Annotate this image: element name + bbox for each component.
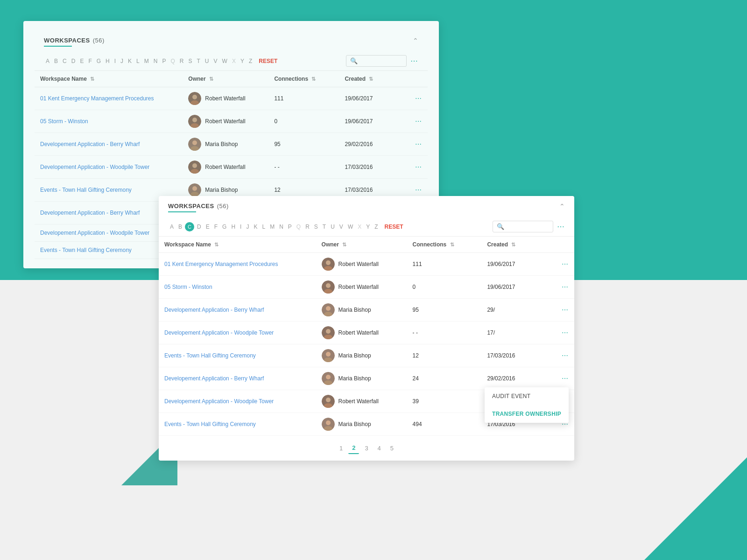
front-alpha-I[interactable]: I — [238, 223, 243, 231]
front-alpha-B[interactable]: B — [176, 223, 184, 231]
front-alpha-G[interactable]: G — [220, 223, 228, 231]
alpha-Q[interactable]: Q — [169, 57, 176, 65]
workspace-name-link[interactable]: 05 Storm - Winston — [40, 118, 88, 125]
alpha-Y[interactable]: Y — [239, 57, 246, 65]
front-alpha-N[interactable]: N — [277, 223, 285, 231]
alpha-I[interactable]: I — [113, 57, 118, 65]
front-alpha-L[interactable]: L — [260, 223, 267, 231]
alpha-M[interactable]: M — [142, 57, 151, 65]
front-alpha-A[interactable]: A — [168, 223, 176, 231]
page-4[interactable]: 4 — [374, 443, 385, 454]
alpha-A[interactable]: A — [44, 57, 51, 65]
workspace-name-link[interactable]: Developement Application - Woodpile Towe… — [40, 164, 149, 170]
page-2[interactable]: 2 — [348, 442, 359, 454]
collapse-icon[interactable]: ⌃ — [413, 37, 418, 44]
front-alpha-S[interactable]: S — [312, 223, 320, 231]
back-search-input[interactable] — [360, 58, 402, 64]
audit-event-item[interactable]: AUDIT EVENT — [485, 387, 569, 405]
alpha-D[interactable]: D — [70, 57, 78, 65]
row-menu-button[interactable]: ⋯ — [562, 329, 569, 336]
workspace-name-link[interactable]: Developement Application - Berry Wharf — [164, 307, 264, 313]
front-alpha-E[interactable]: E — [204, 223, 211, 231]
alpha-T[interactable]: T — [195, 57, 202, 65]
front-alpha-J[interactable]: J — [244, 223, 251, 231]
page-1[interactable]: 1 — [336, 443, 346, 454]
workspace-name-link[interactable]: Events - Town Hall Gifting Ceremony — [164, 421, 256, 427]
workspace-name-link[interactable]: Developement Application - Berry Wharf — [40, 210, 140, 216]
workspace-name-link[interactable]: 01 Kent Emergency Management Procedures — [40, 95, 154, 102]
alpha-G[interactable]: G — [95, 57, 103, 65]
front-search-input[interactable] — [507, 224, 549, 230]
front-sort-created-icon[interactable]: ⇅ — [511, 242, 515, 247]
sort-workspace-icon[interactable]: ⇅ — [90, 76, 94, 82]
front-alpha-Q[interactable]: Q — [295, 223, 303, 231]
workspace-name-link[interactable]: Developement Application - Berry Wharf — [164, 375, 264, 382]
front-alpha-K[interactable]: K — [252, 223, 259, 231]
front-alpha-M[interactable]: M — [268, 223, 276, 231]
row-menu-button[interactable]: ⋯ — [415, 163, 422, 171]
front-alpha-C[interactable]: C — [185, 222, 194, 231]
front-alpha-D[interactable]: D — [195, 223, 203, 231]
workspace-name-link[interactable]: Events - Town Hall Gifting Ceremony — [164, 352, 256, 359]
sort-created-icon[interactable]: ⇅ — [369, 76, 373, 82]
front-alpha-H[interactable]: H — [229, 223, 237, 231]
back-search-box[interactable]: 🔍 — [346, 55, 407, 67]
row-menu-button[interactable]: ⋯ — [562, 260, 569, 268]
front-search-box[interactable]: 🔍 — [493, 221, 553, 232]
front-sort-owner-icon[interactable]: ⇅ — [342, 242, 346, 247]
alpha-F[interactable]: F — [86, 57, 93, 65]
row-menu-button[interactable]: ⋯ — [562, 352, 569, 359]
row-menu-button[interactable]: ⋯ — [415, 118, 422, 125]
alpha-Z[interactable]: Z — [247, 57, 254, 65]
alpha-V[interactable]: V — [212, 57, 219, 65]
transfer-ownership-item[interactable]: TRANSFER OWNERSHIP — [485, 405, 569, 423]
alpha-R[interactable]: R — [178, 57, 186, 65]
workspace-name-link[interactable]: Developement Application - Woodpile Towe… — [164, 329, 274, 336]
workspace-name-link[interactable]: Developement Application - Woodpile Towe… — [40, 230, 149, 236]
workspace-name-link[interactable]: Events - Town Hall Gifting Ceremony — [40, 247, 132, 253]
row-menu-button[interactable]: ⋯ — [562, 375, 569, 382]
row-menu-button[interactable]: ⋯ — [415, 140, 422, 148]
front-reset-button[interactable]: RESET — [383, 223, 405, 231]
alpha-S[interactable]: S — [187, 57, 194, 65]
front-sort-connections-icon[interactable]: ⇅ — [450, 242, 454, 247]
front-alpha-W[interactable]: W — [346, 223, 355, 231]
alpha-E[interactable]: E — [78, 57, 85, 65]
back-reset-button[interactable]: RESET — [257, 57, 279, 65]
alpha-U[interactable]: U — [203, 57, 211, 65]
front-alpha-Y[interactable]: Y — [364, 223, 372, 231]
front-sort-workspace-icon[interactable]: ⇅ — [214, 242, 218, 247]
alpha-L[interactable]: L — [134, 57, 141, 65]
alpha-N[interactable]: N — [152, 57, 160, 65]
page-3[interactable]: 3 — [361, 443, 372, 454]
front-alpha-Z[interactable]: Z — [373, 223, 380, 231]
row-menu-button[interactable]: ⋯ — [562, 306, 569, 314]
workspace-name-link[interactable]: Developement Application - Berry Wharf — [40, 141, 140, 147]
workspace-name-link[interactable]: Events - Town Hall Gifting Ceremony — [40, 187, 132, 193]
front-collapse-icon[interactable]: ⌃ — [559, 203, 565, 210]
row-menu-button[interactable]: ⋯ — [415, 95, 422, 102]
alpha-B[interactable]: B — [52, 57, 60, 65]
row-menu-button[interactable]: ⋯ — [415, 186, 422, 194]
alpha-W[interactable]: W — [220, 57, 229, 65]
alpha-X[interactable]: X — [230, 57, 238, 65]
alpha-C[interactable]: C — [61, 57, 69, 65]
front-alpha-P[interactable]: P — [286, 223, 294, 231]
alpha-P[interactable]: P — [160, 57, 168, 65]
workspace-name-link[interactable]: 05 Storm - Winston — [164, 284, 212, 290]
alpha-K[interactable]: K — [126, 57, 134, 65]
front-alpha-U[interactable]: U — [329, 223, 337, 231]
front-alpha-V[interactable]: V — [338, 223, 345, 231]
workspace-name-link[interactable]: 01 Kent Emergency Management Procedures — [164, 261, 278, 267]
back-more-menu[interactable]: ⋯ — [410, 56, 418, 65]
sort-owner-icon[interactable]: ⇅ — [209, 76, 213, 82]
front-alpha-R[interactable]: R — [303, 223, 311, 231]
row-menu-button[interactable]: ⋯ — [562, 283, 569, 291]
front-alpha-T[interactable]: T — [321, 223, 328, 231]
alpha-J[interactable]: J — [119, 57, 125, 65]
sort-connections-icon[interactable]: ⇅ — [311, 76, 316, 82]
front-alpha-F[interactable]: F — [212, 223, 219, 231]
front-more-menu[interactable]: ⋯ — [557, 222, 565, 231]
workspace-name-link[interactable]: Developement Application - Woodpile Towe… — [164, 398, 274, 405]
page-5[interactable]: 5 — [387, 443, 397, 454]
